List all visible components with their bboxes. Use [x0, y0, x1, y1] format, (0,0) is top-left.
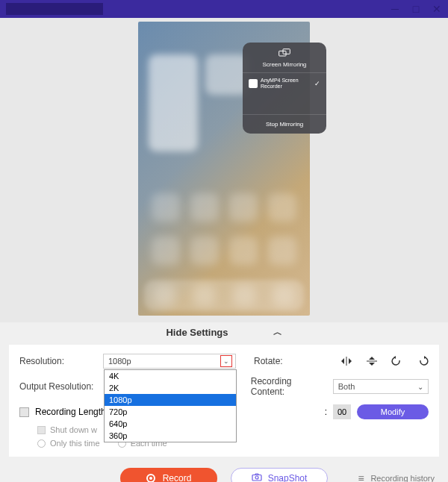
app-logo — [6, 3, 103, 15]
snapshot-button[interactable]: SnapShot — [231, 468, 328, 482]
chevron-down-icon: ⌄ — [220, 355, 232, 367]
preview-area: Screen Mirroring AnyMP4 Screen Recorder … — [0, 18, 448, 322]
hide-settings-toggle[interactable]: Hide Settings ︿ — [0, 322, 448, 345]
resolution-option[interactable]: 360p — [105, 430, 236, 442]
recording-length-label: Recording Length — [35, 407, 106, 417]
resolution-option[interactable]: 1080p — [105, 394, 236, 406]
shutdown-label: Shut down w — [50, 425, 97, 434]
camera-icon — [252, 473, 262, 482]
time-seconds[interactable]: 00 — [333, 404, 351, 419]
resolution-option[interactable]: 640p — [105, 418, 236, 430]
output-resolution-label: Output Resolution: — [19, 381, 102, 392]
minimize-icon[interactable]: ─ — [390, 3, 400, 15]
rotate-label: Rotate: — [254, 356, 283, 366]
screen-mirroring-card: Screen Mirroring AnyMP4 Screen Recorder … — [243, 43, 326, 134]
close-icon[interactable]: ✕ — [432, 3, 442, 15]
only-this-time-label: Only this time — [50, 439, 100, 448]
mirror-device-item[interactable]: AnyMP4 Screen Recorder ✓ — [243, 72, 326, 93]
phone-preview: Screen Mirroring AnyMP4 Screen Recorder … — [138, 22, 310, 316]
resolution-value: 1080p — [108, 357, 131, 366]
stop-mirroring-button[interactable]: Stop Mirroring — [243, 114, 326, 134]
hide-settings-label: Hide Settings — [166, 327, 228, 338]
modify-button[interactable]: Modify — [357, 404, 429, 419]
window-controls: ─ □ ✕ — [390, 3, 442, 15]
svg-point-5 — [255, 476, 258, 479]
recording-content-value: Both — [338, 382, 355, 391]
resolution-label: Resolution: — [19, 356, 103, 366]
list-icon — [358, 472, 367, 482]
mirror-title: Screen Mirroring — [243, 61, 326, 68]
record-label: Record — [163, 473, 192, 482]
shutdown-checkbox[interactable] — [37, 426, 46, 434]
app-icon — [249, 79, 258, 88]
rotate-right-icon[interactable] — [417, 356, 429, 366]
titlebar: ─ □ ✕ — [0, 0, 448, 18]
recording-history-link[interactable]: Recording history — [358, 472, 435, 482]
recording-content-select[interactable]: Both ⌄ — [333, 379, 429, 394]
check-icon: ✓ — [314, 80, 320, 87]
record-icon — [146, 474, 155, 482]
only-this-time-radio[interactable] — [37, 439, 46, 448]
svg-rect-1 — [283, 49, 290, 54]
rotate-left-icon[interactable] — [391, 356, 403, 366]
flip-vertical-icon[interactable] — [366, 356, 378, 366]
chevron-up-icon: ︿ — [273, 326, 282, 339]
flip-horizontal-icon[interactable] — [340, 356, 352, 366]
svg-rect-0 — [279, 51, 286, 56]
record-button[interactable]: Record — [120, 468, 217, 482]
bottom-bar: Record SnapShot Recording history — [0, 457, 448, 482]
resolution-dropdown: 4K 2K 1080p 720p 640p 360p — [104, 369, 237, 442]
recording-content-label: Recording Content: — [251, 376, 327, 397]
time-colon: : — [325, 407, 327, 417]
maximize-icon[interactable]: □ — [411, 3, 421, 15]
snapshot-label: SnapShot — [268, 473, 308, 482]
recording-length-checkbox[interactable] — [19, 407, 29, 417]
settings-panel: Resolution: 1080p ⌄ Rotate: Output Resol… — [9, 345, 439, 457]
recording-history-label: Recording history — [370, 474, 435, 482]
chevron-down-icon: ⌄ — [417, 383, 423, 391]
resolution-option[interactable]: 2K — [105, 382, 236, 394]
mirror-device-label: AnyMP4 Screen Recorder — [261, 78, 314, 89]
mirroring-icon — [243, 48, 326, 59]
resolution-select[interactable]: 1080p ⌄ — [103, 354, 236, 369]
resolution-option[interactable]: 720p — [105, 406, 236, 418]
resolution-option[interactable]: 4K — [105, 370, 236, 382]
